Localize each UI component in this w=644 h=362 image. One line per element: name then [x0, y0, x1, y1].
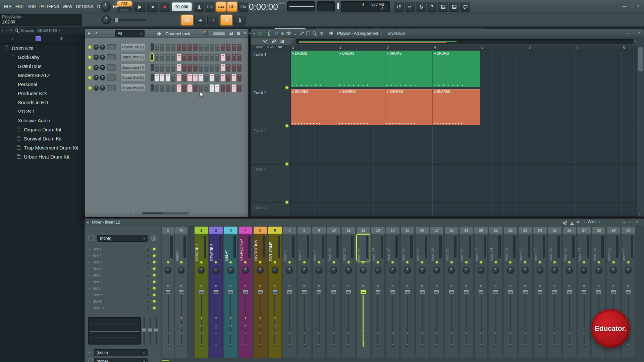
track-performance-led[interactable]	[285, 86, 288, 89]
mixer-view-label[interactable]: Wide	[588, 220, 597, 224]
slot-clock-icon[interactable]: ◷	[151, 235, 157, 241]
volume-fader[interactable]	[178, 290, 184, 294]
playlist-maximize-icon[interactable]	[632, 31, 634, 35]
browser-menu-icon[interactable]	[2, 29, 3, 32]
track-clock-icon[interactable]	[195, 324, 208, 327]
pattern-tab-icon[interactable]: Ш	[280, 39, 284, 43]
stereo-separation-icon[interactable]: ◂▸	[298, 284, 311, 287]
play-button[interactable]	[133, 2, 146, 12]
mixer-track-5[interactable]: 5 DISTORTION ◂▸	[254, 227, 267, 358]
auto-scroll-button[interactable]	[194, 15, 206, 25]
mixer-slot-1[interactable]: Slot 1	[85, 246, 161, 252]
track-mute-led[interactable]	[421, 261, 423, 263]
track-arrow-icon[interactable]	[416, 343, 429, 346]
cut-button[interactable]	[405, 2, 415, 12]
volume-fader[interactable]	[449, 290, 454, 294]
stereo-separation-icon[interactable]: ◂▸	[283, 284, 296, 287]
step-11[interactable]	[210, 54, 214, 61]
channel-pan-knob[interactable]	[94, 45, 99, 50]
mixer-track-number[interactable]: 9	[312, 227, 326, 234]
record-button[interactable]	[159, 2, 170, 12]
route-arrow-icon[interactable]	[268, 316, 282, 320]
track-mute-led[interactable]	[167, 261, 169, 263]
stereo-separation-icon[interactable]: ◂▸	[460, 284, 473, 287]
step-7[interactable]	[187, 64, 192, 71]
tab-sounds-icon[interactable]	[11, 36, 13, 41]
link-globally-button[interactable]	[220, 15, 232, 25]
step-2[interactable]	[160, 44, 164, 51]
slot-mix-knob[interactable]	[145, 273, 150, 278]
mixer-track-c[interactable]: C ◂▸	[162, 227, 174, 358]
step-1[interactable]	[155, 64, 159, 71]
plugin-slot-icon[interactable]	[88, 235, 95, 241]
rack-graph-editor-icon[interactable]	[228, 31, 233, 36]
mixer-track-4[interactable]: 4 STEREO SEP ◂▸	[239, 227, 252, 358]
snap-magnet-icon[interactable]	[258, 31, 263, 36]
stereo-separation-icon[interactable]: ◂▸	[577, 284, 591, 287]
playlist-menu-icon[interactable]	[254, 32, 255, 35]
track-clock-icon[interactable]	[224, 324, 237, 327]
step-4[interactable]	[171, 74, 175, 81]
rack-swap-icon[interactable]	[94, 31, 98, 36]
track-mute-led[interactable]	[288, 261, 291, 263]
mixer-track-m[interactable]: M Master ◂▸	[175, 227, 187, 358]
track-arrow-icon[interactable]	[533, 343, 547, 346]
track-arrow-icon[interactable]	[162, 343, 174, 346]
playlist-close-icon[interactable]	[638, 31, 640, 35]
step-15[interactable]	[232, 74, 236, 81]
stereo-separation-icon[interactable]: ◂▸	[209, 284, 223, 287]
scroll-down-icon[interactable]	[639, 213, 640, 216]
track-arrow-icon[interactable]	[195, 343, 208, 346]
mixer-track-number[interactable]: 18	[445, 227, 458, 234]
mixer-track-number[interactable]: 21	[489, 227, 502, 234]
track-arrow-icon[interactable]	[519, 343, 532, 346]
channel-select-led[interactable]	[151, 64, 154, 71]
tree-item-sounds-in-hd[interactable]: Sounds in HD	[0, 98, 85, 107]
route-target-icon[interactable]	[357, 341, 370, 346]
mixer-track-number[interactable]: 26	[563, 227, 576, 234]
step-8[interactable]	[193, 74, 198, 81]
stereo-separation-icon[interactable]: ◂▸	[239, 284, 252, 287]
playlist-header[interactable]: Playlist - Arrangement SNARES	[251, 29, 644, 38]
eq-panel[interactable]	[88, 317, 141, 345]
mixer-track-8[interactable]: 8 Insert 8 ◂▸	[298, 227, 311, 358]
step-10[interactable]	[204, 74, 209, 81]
track-pan-knob[interactable]	[522, 267, 529, 274]
mixer-track-number[interactable]: 16	[416, 227, 429, 234]
track-arrow-icon[interactable]	[298, 343, 311, 346]
cpu-memory-panel[interactable]: 4 558 MB 0	[341, 1, 390, 12]
volume-fader[interactable]	[346, 290, 351, 294]
track-name[interactable]: Track 2	[254, 90, 266, 95]
channel-button[interactable]: Organi..nare (5)	[120, 53, 145, 61]
track-pan-knob[interactable]	[551, 267, 558, 274]
channel-enable-led[interactable]	[88, 76, 92, 79]
volume-fader[interactable]	[434, 290, 439, 294]
channel-pan-knob[interactable]	[94, 55, 99, 60]
step-8[interactable]	[193, 64, 198, 71]
track-pan-knob[interactable]	[389, 267, 396, 274]
shuffle-slider-handle[interactable]	[115, 18, 118, 22]
mixer-track-17[interactable]: 17 Insert 17 ◂▸	[430, 227, 443, 358]
track-arrow-icon[interactable]	[430, 343, 443, 346]
volume-fader[interactable]	[596, 290, 601, 294]
route-arrow-icon[interactable]	[224, 316, 237, 320]
tree-item-drum-kits[interactable]: Drum Kits	[0, 44, 85, 53]
mixer-track-6[interactable]: 6 PAR. COMP. ◂▸	[268, 227, 282, 358]
browser-search-icon[interactable]	[14, 28, 19, 33]
channel-enable-led[interactable]	[88, 46, 92, 49]
channel-volume-knob[interactable]	[100, 75, 105, 80]
route-arrow-icon[interactable]	[175, 316, 187, 320]
metronome-button[interactable]	[194, 2, 204, 12]
step-6[interactable]	[182, 74, 186, 81]
eq-mid-fader[interactable]	[150, 317, 151, 345]
track-mute-led[interactable]	[274, 261, 276, 263]
slide-tool-icon[interactable]	[293, 31, 297, 36]
step-5[interactable]	[177, 64, 181, 71]
mixer-slot-6[interactable]: Slot 6	[85, 279, 161, 285]
mixer-track-26[interactable]: 26 Insert 26 ◂▸	[563, 227, 576, 358]
mixer-track-number[interactable]: C	[162, 227, 174, 234]
track-mute-led[interactable]	[180, 261, 182, 263]
track-pan-knob[interactable]	[404, 267, 411, 274]
menu-patterns[interactable]: PATTERNS	[38, 4, 61, 9]
track-mute-led[interactable]	[568, 261, 571, 263]
